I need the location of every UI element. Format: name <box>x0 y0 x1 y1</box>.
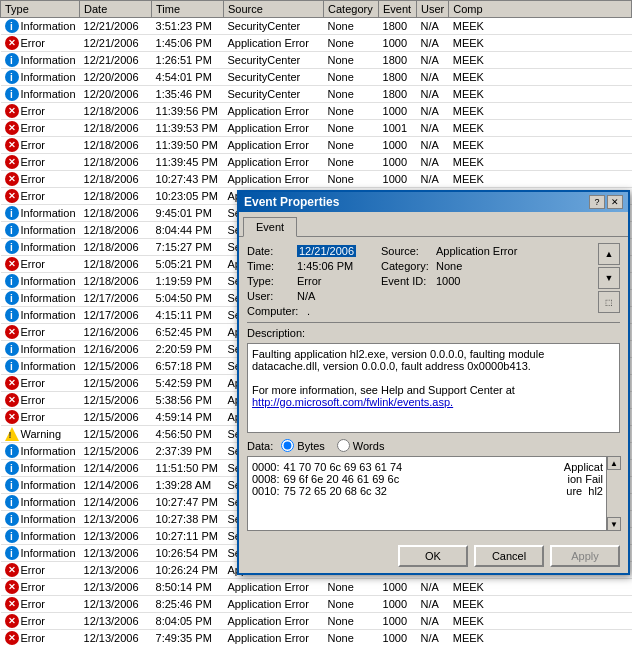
cell-type: iInformation <box>1 358 80 375</box>
cell-user: N/A <box>417 154 449 171</box>
hex-row: 0008:69 6f 6e 20 46 61 69 6cion Fail <box>252 473 603 485</box>
copy-button[interactable]: ⬚ <box>598 291 620 313</box>
cell-user: N/A <box>417 18 449 35</box>
cell-time: 5:05:21 PM <box>152 256 224 273</box>
table-row[interactable]: ✕Error12/18/200611:39:56 PMApplication E… <box>1 103 632 120</box>
cell-time: 4:54:01 PM <box>152 69 224 86</box>
cell-date: 12/20/2006 <box>80 86 152 103</box>
cell-date: 12/13/2006 <box>80 579 152 596</box>
col-date[interactable]: Date <box>80 1 152 18</box>
cell-comp: MEEK <box>449 120 632 137</box>
cell-category: None <box>324 18 379 35</box>
cell-type: iInformation <box>1 290 80 307</box>
cell-type: ✕Error <box>1 613 80 630</box>
close-button[interactable]: ✕ <box>607 195 623 209</box>
cell-time: 9:45:01 PM <box>152 205 224 222</box>
cell-source: Application Error <box>224 120 324 137</box>
info-icon: i <box>5 495 19 509</box>
down-button[interactable]: ▼ <box>598 267 620 289</box>
cell-time: 8:50:14 PM <box>152 579 224 596</box>
cell-date: 12/18/2006 <box>80 205 152 222</box>
col-event[interactable]: Event <box>379 1 417 18</box>
hex-scrollbar: ▲ ▼ <box>606 456 620 531</box>
cell-event: 1000 <box>379 613 417 630</box>
col-time[interactable]: Time <box>152 1 224 18</box>
hex-addr: 0010: <box>252 485 280 497</box>
words-radio[interactable] <box>337 439 350 452</box>
cell-date: 12/18/2006 <box>80 222 152 239</box>
cell-source: Application Error <box>224 137 324 154</box>
cancel-button[interactable]: Cancel <box>474 545 544 567</box>
cell-time: 1:19:59 PM <box>152 273 224 290</box>
table-row[interactable]: ✕Error12/13/20068:04:05 PMApplication Er… <box>1 613 632 630</box>
cell-user: N/A <box>417 86 449 103</box>
info-icon: i <box>5 461 19 475</box>
cell-date: 12/13/2006 <box>80 511 152 528</box>
up-button[interactable]: ▲ <box>598 243 620 265</box>
cell-type: ✕Error <box>1 596 80 613</box>
cell-date: 12/15/2006 <box>80 392 152 409</box>
table-row[interactable]: iInformation12/20/20061:35:46 PMSecurity… <box>1 86 632 103</box>
cell-date: 12/15/2006 <box>80 358 152 375</box>
cell-time: 10:26:54 PM <box>152 545 224 562</box>
bytes-radio-label[interactable]: Bytes <box>281 439 325 452</box>
cell-time: 11:39:50 PM <box>152 137 224 154</box>
error-icon: ✕ <box>5 376 19 390</box>
table-row[interactable]: iInformation12/20/20064:54:01 PMSecurity… <box>1 69 632 86</box>
table-row[interactable]: ✕Error12/13/20067:49:35 PMApplication Er… <box>1 630 632 647</box>
cell-time: 5:38:56 PM <box>152 392 224 409</box>
cell-category: None <box>324 579 379 596</box>
cell-event: 1800 <box>379 18 417 35</box>
col-user[interactable]: User <box>417 1 449 18</box>
hex-scroll-up[interactable]: ▲ <box>607 456 621 470</box>
table-row[interactable]: iInformation12/21/20063:51:23 PMSecurity… <box>1 18 632 35</box>
cell-date: 12/18/2006 <box>80 171 152 188</box>
cell-type: iInformation <box>1 52 80 69</box>
table-row[interactable]: ✕Error12/21/20061:45:06 PMApplication Er… <box>1 35 632 52</box>
hex-addr: 0000: <box>252 461 280 473</box>
cell-comp: MEEK <box>449 69 632 86</box>
cell-source: Application Error <box>224 596 324 613</box>
table-row[interactable]: ✕Error12/13/20068:25:46 PMApplication Er… <box>1 596 632 613</box>
date-label: Date: <box>247 245 297 257</box>
ok-button[interactable]: OK <box>398 545 468 567</box>
cell-comp: MEEK <box>449 171 632 188</box>
cell-time: 10:23:05 PM <box>152 188 224 205</box>
cell-type: ✕Error <box>1 324 80 341</box>
col-comp[interactable]: Comp <box>449 1 632 18</box>
col-source[interactable]: Source <box>224 1 324 18</box>
cell-date: 12/13/2006 <box>80 562 152 579</box>
cell-event: 1800 <box>379 86 417 103</box>
cell-type: ✕Error <box>1 35 80 52</box>
table-row[interactable]: ✕Error12/18/200611:39:53 PMApplication E… <box>1 120 632 137</box>
apply-button[interactable]: Apply <box>550 545 620 567</box>
event-tab[interactable]: Event <box>243 217 297 237</box>
cell-category: None <box>324 103 379 120</box>
cell-event: 1001 <box>379 120 417 137</box>
cell-time: 11:39:45 PM <box>152 154 224 171</box>
cell-date: 12/13/2006 <box>80 613 152 630</box>
description-link[interactable]: http://go.microsoft.com/fwlink/events.as… <box>252 396 453 408</box>
help-button[interactable]: ? <box>589 195 605 209</box>
error-icon: ✕ <box>5 410 19 424</box>
table-row[interactable]: iInformation12/21/20061:26:51 PMSecurity… <box>1 52 632 69</box>
cell-category: None <box>324 613 379 630</box>
hex-row: 0000:41 70 70 6c 69 63 61 74Applicat <box>252 461 603 473</box>
computer-value: . <box>307 305 310 317</box>
cell-date: 12/15/2006 <box>80 426 152 443</box>
cell-type: ✕Error <box>1 562 80 579</box>
cell-time: 1:35:46 PM <box>152 86 224 103</box>
hex-scroll-down[interactable]: ▼ <box>607 517 621 531</box>
bytes-radio[interactable] <box>281 439 294 452</box>
table-row[interactable]: ✕Error12/18/200611:39:50 PMApplication E… <box>1 137 632 154</box>
cell-event: 1000 <box>379 103 417 120</box>
words-radio-label[interactable]: Words <box>337 439 385 452</box>
dialog-controls: ? ✕ <box>589 195 623 209</box>
table-row[interactable]: ✕Error12/18/200610:27:43 PMApplication E… <box>1 171 632 188</box>
table-row[interactable]: ✕Error12/13/20068:50:14 PMApplication Er… <box>1 579 632 596</box>
cell-type: iInformation <box>1 494 80 511</box>
col-category[interactable]: Category <box>324 1 379 18</box>
cell-category: None <box>324 137 379 154</box>
col-type[interactable]: Type <box>1 1 80 18</box>
table-row[interactable]: ✕Error12/18/200611:39:45 PMApplication E… <box>1 154 632 171</box>
